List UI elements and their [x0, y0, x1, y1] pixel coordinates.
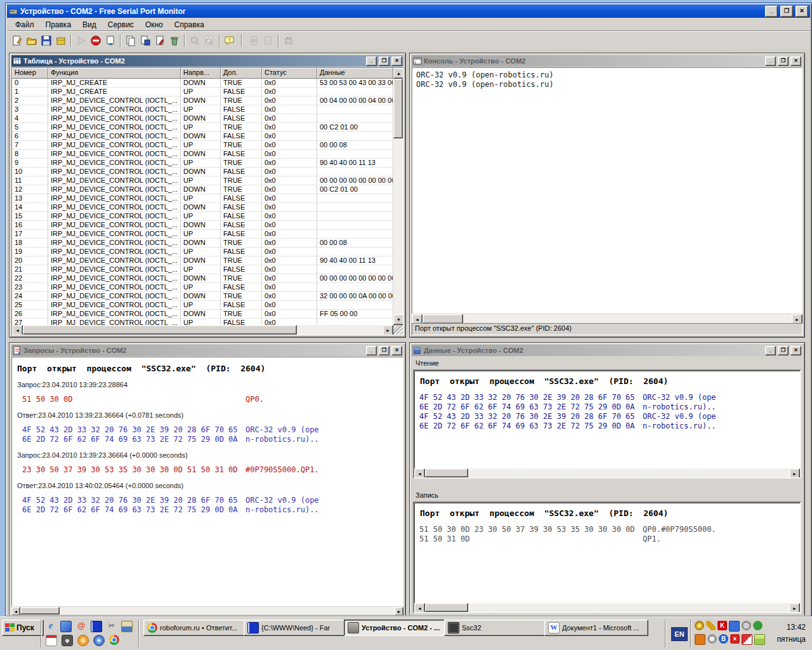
scrollbar-thumb[interactable]	[20, 607, 60, 614]
scrollbar-thumb[interactable]	[393, 79, 403, 138]
language-indicator[interactable]: EN	[671, 627, 688, 641]
help-icon[interactable]: ?	[222, 34, 237, 48]
volume-muted-icon[interactable]	[742, 621, 751, 630]
requests-window-minimize-button[interactable]: _	[366, 346, 377, 355]
table-row[interactable]: 6IRP_MJ_DEVICE_CONTROL (IOCTL_...DOWNFAL…	[12, 132, 393, 141]
column-header-2[interactable]: Напрв...	[181, 68, 221, 79]
column-header-0[interactable]: Номер	[12, 68, 48, 79]
table-row[interactable]: 14IRP_MJ_DEVICE_CONTROL (IOCTL_...DOWNFA…	[12, 203, 393, 212]
menu-window[interactable]: Окно	[140, 19, 169, 30]
scrollbar-thumb[interactable]	[23, 325, 297, 335]
cd-icon[interactable]	[93, 635, 105, 646]
requests-window-close-button[interactable]: ✕	[391, 346, 402, 355]
chrome-icon[interactable]	[109, 635, 119, 645]
task-button-1[interactable]: roboforum.ru • Ответит...	[143, 620, 247, 636]
task-button-4[interactable]: Ssc32	[444, 620, 548, 636]
key-icon[interactable]	[706, 621, 716, 630]
mail-icon[interactable]: @	[76, 621, 86, 631]
main-titlebar[interactable]: Устройство - COM2 - Free Serial Port Mon…	[7, 4, 810, 18]
find-icon[interactable]	[187, 34, 202, 48]
new-document-icon[interactable]	[10, 34, 24, 48]
start-button[interactable]: Пуск	[2, 620, 44, 636]
menu-file[interactable]: Файл	[10, 19, 40, 30]
table-row[interactable]: 11IRP_MJ_DEVICE_CONTROL (IOCTL_...UPTRUE…	[12, 176, 393, 185]
scrollbar-thumb[interactable]	[425, 603, 468, 612]
scroll-right-icon[interactable]: ►	[789, 468, 800, 479]
console-window-titlebar[interactable]: Консоль - Устройство - COM2 _ ❐ ✕	[412, 55, 802, 67]
menu-help[interactable]: Справка	[169, 19, 210, 30]
scroll-left-icon[interactable]: ◄	[11, 607, 20, 615]
recycle-icon[interactable]	[753, 621, 763, 630]
lock-icon[interactable]	[246, 34, 261, 48]
table-row[interactable]: 2IRP_MJ_DEVICE_CONTROL (IOCTL_...DOWNTRU…	[12, 96, 393, 105]
unlock-icon[interactable]	[261, 34, 275, 48]
taskbar-clock[interactable]: 13:42 пятница	[777, 621, 806, 646]
delete-icon[interactable]	[167, 34, 181, 48]
table-horizontal-scrollbar[interactable]: ◄ ►	[12, 325, 393, 335]
table-row[interactable]: 7IRP_MJ_DEVICE_CONTROL (IOCTL_...UPTRUE0…	[12, 141, 393, 150]
console-window-maximize-button[interactable]: ❐	[778, 56, 789, 66]
table-row[interactable]: 15IRP_MJ_DEVICE_CONTROL (IOCTL_...UPFALS…	[12, 212, 393, 221]
table-row[interactable]: 19IRP_MJ_DEVICE_CONTROL (IOCTL_...UPFALS…	[12, 248, 393, 256]
table-row[interactable]: 3IRP_MJ_DEVICE_CONTROL (IOCTL_...UPFALSE…	[12, 105, 393, 114]
table-window-maximize-button[interactable]: ❐	[379, 56, 390, 66]
edit-icon[interactable]	[152, 34, 167, 48]
console-window-close-button[interactable]: ✕	[790, 56, 801, 66]
table-row[interactable]: 4IRP_MJ_DEVICE_CONTROL (IOCTL_...DOWNFAL…	[12, 114, 393, 123]
data-window-close-button[interactable]: ✕	[790, 346, 801, 355]
copy-icon[interactable]	[123, 34, 138, 48]
cd-gold-icon[interactable]	[695, 621, 704, 630]
data-window-maximize-button[interactable]: ❐	[778, 346, 789, 355]
package-icon[interactable]	[53, 34, 68, 48]
table-row[interactable]: 16IRP_MJ_DEVICE_CONTROL (IOCTL_...DOWNFA…	[12, 221, 393, 230]
table-row[interactable]: 12IRP_MJ_DEVICE_CONTROL (IOCTL_...DOWNTR…	[12, 185, 393, 194]
outlook-icon[interactable]	[77, 635, 89, 646]
menu-edit[interactable]: Правка	[40, 19, 77, 30]
scroll-right-icon[interactable]: ►	[395, 607, 403, 615]
open-folder-icon[interactable]	[24, 34, 39, 48]
table-row[interactable]: 26IRP_MJ_DEVICE_CONTROL (IOCTL_...DOWNTR…	[12, 310, 393, 319]
sync-icon[interactable]	[121, 621, 133, 632]
table-row[interactable]: 23IRP_MJ_DEVICE_CONTROL (IOCTL_...UPFALS…	[12, 283, 393, 292]
table-row[interactable]: 0IRP_MJ_CREATEDOWNTRUE0x053 00 53 00 43 …	[12, 79, 393, 88]
table-row[interactable]: 17IRP_MJ_DEVICE_CONTROL (IOCTL_...UPFALS…	[12, 230, 393, 239]
table-window-titlebar[interactable]: Таблица - Устройство - COM2 _ ❐ ✕	[11, 55, 403, 67]
table-row[interactable]: 10IRP_MJ_DEVICE_CONTROL (IOCTL_...DOWNFA…	[12, 168, 393, 176]
scroll-right-icon[interactable]: ►	[789, 603, 800, 613]
table-window-close-button[interactable]: ✕	[391, 56, 402, 66]
task-button-2[interactable]: {C:\WWW\Need} - Far	[244, 620, 348, 636]
column-header-4[interactable]: Статус	[262, 68, 317, 79]
column-header-5[interactable]: Данные	[317, 68, 393, 79]
table-row[interactable]: 18IRP_MJ_DEVICE_CONTROL (IOCTL_...DOWNTR…	[12, 239, 393, 248]
speaker-icon[interactable]	[695, 634, 705, 645]
find-in-document-icon[interactable]	[202, 34, 216, 48]
table-row[interactable]: 20IRP_MJ_DEVICE_CONTROL (IOCTL_...DOWNTR…	[12, 256, 393, 265]
plugin-icon[interactable]	[281, 34, 296, 48]
shield-icon[interactable]: ×	[730, 634, 740, 644]
camera-icon[interactable]	[62, 635, 73, 646]
table-row[interactable]: 24IRP_MJ_DEVICE_CONTROL (IOCTL_...DOWNTR…	[12, 292, 393, 301]
table-row[interactable]: 1IRP_MJ_CREATEUPFALSE0x0	[12, 88, 393, 96]
kaspersky-icon[interactable]: K	[717, 621, 727, 630]
maximize-button[interactable]: ❐	[780, 6, 793, 17]
update-icon[interactable]	[707, 634, 717, 644]
column-header-1[interactable]: Функция	[48, 68, 181, 79]
table-row[interactable]: 22IRP_MJ_DEVICE_CONTROL (IOCTL_...DOWNTR…	[12, 274, 393, 283]
cut-icon[interactable]: ✂	[107, 621, 117, 631]
write-horizontal-scrollbar[interactable]: ◄ ►	[414, 603, 800, 612]
app-icon[interactable]	[9, 7, 18, 16]
minimize-button[interactable]: _	[765, 6, 778, 17]
table-window-minimize-button[interactable]: _	[366, 56, 377, 66]
scroll-left-icon[interactable]: ◄	[12, 325, 23, 335]
requests-horizontal-scrollbar[interactable]: ◄ ►	[11, 607, 403, 614]
scrollbar-thumb[interactable]	[425, 468, 468, 477]
calendar-icon[interactable]	[46, 635, 57, 646]
scroll-left-icon[interactable]: ◄	[414, 468, 425, 479]
table-row[interactable]: 5IRP_MJ_DEVICE_CONTROL (IOCTL_...UPTRUE0…	[12, 123, 393, 132]
far-icon[interactable]	[91, 621, 102, 632]
switch-icon[interactable]	[742, 634, 752, 645]
stop-monitor-icon[interactable]	[88, 34, 103, 48]
console-window-minimize-button[interactable]: _	[765, 56, 776, 66]
column-header-3[interactable]: Доп.	[221, 68, 262, 79]
task-button-3[interactable]: Устройство - COM2 - ...	[344, 620, 448, 636]
